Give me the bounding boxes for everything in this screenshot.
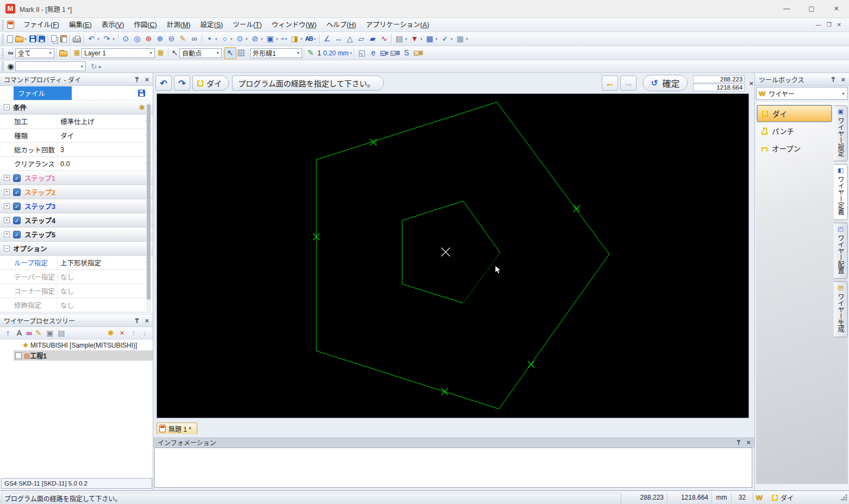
toolbox-item-die[interactable]: ダイ (757, 105, 832, 122)
dropdown-arrow[interactable]: ▼ (404, 37, 408, 41)
draw-circle-button[interactable]: ⊙▼ (234, 33, 249, 45)
minimize-button[interactable]: — (774, 0, 799, 17)
step-checkbox[interactable]: ✓ (13, 188, 21, 196)
mode-button[interactable]: ダイ (192, 75, 229, 91)
tab-wire-generate[interactable]: ▤ワイヤー生成 (834, 281, 848, 337)
step-row[interactable]: +✓ステップ4 (0, 213, 153, 228)
tab-wire-place[interactable]: ◰ワイヤー配置 (834, 223, 848, 279)
print-button[interactable] (72, 33, 82, 45)
snap-mode-select[interactable]: 自動点▼ (179, 48, 222, 58)
dropdown-arrow[interactable]: ▼ (215, 37, 218, 41)
dropdown-arrow[interactable]: ▼ (24, 37, 27, 41)
paste-button[interactable] (59, 33, 68, 45)
toolbox-item-punch[interactable]: パンチ (757, 123, 832, 139)
expand-icon[interactable]: + (4, 231, 10, 237)
measure-area-button[interactable]: ▱ (355, 33, 367, 45)
option-row[interactable]: ループ指定上下形状指定▼ (0, 256, 153, 270)
pen-width-dropdown[interactable]: ▼ (349, 52, 352, 55)
tree-delete-button[interactable]: × (116, 327, 128, 339)
toolbox-category-select[interactable]: W ワイヤー ▼ (756, 87, 848, 100)
expand-icon[interactable]: + (4, 203, 10, 209)
property-row[interactable]: クリアランス0.0▼ (0, 157, 153, 171)
pick-edit-button[interactable]: ✎ (177, 33, 189, 45)
select-edge-button[interactable]: ◱e (379, 47, 389, 59)
file-save-icon[interactable] (138, 90, 145, 97)
mdi-close-button[interactable]: ✕ (837, 22, 841, 28)
tree-sort-button[interactable]: ↑ (2, 327, 14, 339)
document-tab[interactable]: 無題 1 * (157, 423, 197, 434)
option-row[interactable]: テーパー指定なし (0, 270, 153, 284)
layer-select[interactable]: Layer 1▼ (82, 48, 155, 58)
dropdown-arrow[interactable]: ▼ (276, 37, 279, 41)
search-binoculars-icon[interactable]: ∞ (6, 48, 15, 58)
menu-application[interactable]: アプリケーション(A) (361, 20, 434, 30)
zoom-in-button[interactable]: ⊕ (154, 33, 166, 45)
dropdown-arrow[interactable]: ▼ (299, 37, 303, 41)
grid-toggle-button[interactable] (236, 47, 246, 59)
select-layer-button[interactable]: ◱≣ (389, 47, 401, 59)
property-row[interactable]: 種類ダイ▼ (0, 129, 153, 143)
menu-measure[interactable]: 計測(M) (162, 20, 196, 30)
draw-ellipse-button[interactable]: ⊘▼ (249, 33, 265, 45)
pen-width[interactable]: 0.20 mm (323, 49, 349, 57)
tree-root-node[interactable]: ✱ MITSUBISHI [Sample(MITSUBISHI)] (0, 340, 153, 350)
draw-polygon-button[interactable]: ○▼ (219, 33, 234, 45)
dropdown-arrow[interactable]: ▼ (450, 37, 453, 41)
measure-solid-button[interactable]: ▰ (367, 33, 378, 45)
edge-button[interactable]: e (367, 47, 379, 59)
confirm-button[interactable]: ↺確定 (643, 75, 688, 91)
menu-tools[interactable]: ツール(T) (228, 20, 266, 30)
expand-icon[interactable]: + (4, 175, 10, 181)
node-button[interactable]: ▫▫▼ (280, 33, 289, 45)
dropdown-arrow[interactable]: ▼ (245, 37, 248, 41)
select-layer2-button[interactable]: ◱≣ (412, 47, 424, 59)
line-style-select[interactable]: 外形線1▼ (250, 48, 302, 58)
zoom-extent-button[interactable]: ⊛ (143, 33, 154, 45)
select-frame-button[interactable]: ◱ (356, 47, 367, 59)
step-checkbox[interactable]: ✓ (13, 231, 21, 238)
panel-close-icon[interactable]: × (143, 77, 151, 83)
measure-angle-button[interactable]: ∠ (321, 33, 333, 45)
property-row[interactable]: 総カット回数3 (0, 143, 153, 157)
layer-manager-button[interactable]: ≣ (155, 47, 166, 59)
property-row[interactable]: 加工標準仕上げ▼ (0, 115, 153, 129)
step-row[interactable]: +✓ステップ3 (0, 199, 153, 213)
menu-settings[interactable]: 設定(S) (196, 20, 228, 30)
s-select-button[interactable]: S (401, 47, 412, 59)
snap-cursor-icon[interactable]: ↖ (170, 48, 179, 58)
collapse-icon[interactable]: − (4, 104, 10, 110)
verify-button[interactable]: ✓▼ (439, 33, 454, 45)
tab-wire-define[interactable]: ◧ワイヤー定義 (834, 164, 848, 220)
panel-scrollbar[interactable] (146, 102, 151, 319)
mdi-restore-button[interactable]: ❐ (827, 22, 832, 28)
tree-up-button[interactable]: ↑ (128, 327, 139, 339)
tree-paste-button[interactable]: ▤ (55, 327, 67, 339)
toolbar1-drag-handle[interactable] (2, 34, 4, 44)
menu-draw[interactable]: 作図(C) (129, 20, 161, 30)
collapse-icon[interactable]: − (4, 245, 10, 251)
option-row[interactable]: コーナー指定なし (0, 284, 153, 298)
resize-grip[interactable] (840, 494, 848, 501)
property-button[interactable]: ▩▼ (454, 33, 470, 45)
zoom-window-button[interactable]: ◎ (132, 33, 143, 45)
dropdown-arrow[interactable]: ▼ (313, 37, 316, 41)
dropdown-arrow[interactable]: ▼ (284, 37, 288, 41)
dropdown-arrow[interactable]: ▼ (112, 37, 115, 41)
expand-icon[interactable]: + (4, 189, 10, 195)
nc-output-button[interactable]: ▤▼ (394, 33, 409, 45)
panel-close-icon[interactable]: × (745, 439, 752, 446)
export-button[interactable] (58, 47, 68, 59)
measure-distance-button[interactable]: ↔ (333, 33, 344, 45)
dropdown-arrow[interactable]: ▼ (260, 37, 264, 41)
panel-close-icon[interactable]: × (143, 318, 151, 324)
tree-process-node[interactable]: ▤ 工程1 (14, 350, 153, 361)
pin-icon[interactable] (831, 77, 836, 83)
snap-toggle-button[interactable]: ↖ (224, 47, 236, 59)
command-input[interactable]: ▼ (15, 61, 86, 71)
step-row[interactable]: +✓ステップ2 (0, 185, 153, 199)
tree-new-button[interactable]: ✱ (105, 327, 116, 339)
toolbar2-drag-handle[interactable] (2, 48, 4, 58)
step-checkbox[interactable]: ✓ (13, 203, 21, 210)
pin-icon[interactable] (736, 440, 741, 445)
panel-close-icon[interactable]: × (839, 77, 847, 83)
